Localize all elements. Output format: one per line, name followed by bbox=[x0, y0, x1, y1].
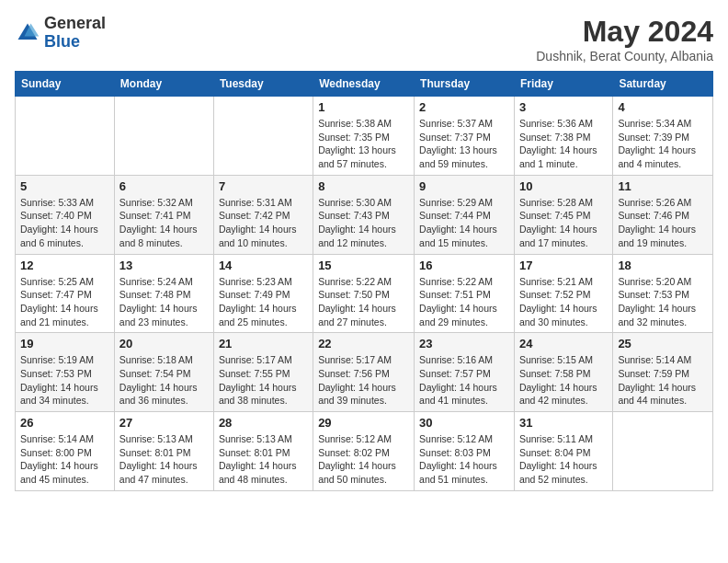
calendar-cell: 7 Sunrise: 5:31 AMSunset: 7:42 PMDayligh… bbox=[213, 175, 313, 254]
calendar-cell: 15 Sunrise: 5:22 AMSunset: 7:50 PMDaylig… bbox=[313, 254, 415, 333]
calendar-cell: 12 Sunrise: 5:25 AMSunset: 7:47 PMDaylig… bbox=[16, 254, 115, 333]
day-info: Sunrise: 5:14 AMSunset: 7:59 PMDaylight:… bbox=[618, 353, 708, 408]
title-block: May 2024 Dushnik, Berat County, Albania bbox=[536, 15, 713, 63]
logo-text: General Blue bbox=[44, 15, 106, 52]
calendar-cell: 26 Sunrise: 5:14 AMSunset: 8:00 PMDaylig… bbox=[16, 412, 115, 491]
day-info: Sunrise: 5:33 AMSunset: 7:40 PMDaylight:… bbox=[20, 196, 109, 250]
page-header: General Blue May 2024 Dushnik, Berat Cou… bbox=[15, 15, 713, 63]
calendar-cell bbox=[114, 97, 213, 176]
day-info: Sunrise: 5:26 AMSunset: 7:46 PMDaylight:… bbox=[618, 196, 708, 250]
day-info: Sunrise: 5:34 AMSunset: 7:39 PMDaylight:… bbox=[618, 117, 708, 171]
month-title: May 2024 bbox=[536, 15, 713, 49]
day-info: Sunrise: 5:32 AMSunset: 7:41 PMDaylight:… bbox=[119, 196, 209, 250]
day-info: Sunrise: 5:25 AMSunset: 7:47 PMDaylight:… bbox=[20, 275, 109, 329]
day-info: Sunrise: 5:13 AMSunset: 8:01 PMDaylight:… bbox=[219, 432, 308, 487]
day-info: Sunrise: 5:22 AMSunset: 7:51 PMDaylight:… bbox=[419, 275, 509, 329]
calendar-cell: 9 Sunrise: 5:29 AMSunset: 7:44 PMDayligh… bbox=[415, 175, 515, 254]
calendar-cell: 29 Sunrise: 5:12 AMSunset: 8:02 PMDaylig… bbox=[313, 412, 415, 491]
day-number: 3 bbox=[519, 100, 608, 114]
logo-icon bbox=[15, 20, 40, 46]
col-saturday: Saturday bbox=[613, 72, 713, 97]
calendar-cell: 19 Sunrise: 5:19 AMSunset: 7:53 PMDaylig… bbox=[16, 333, 115, 412]
day-info: Sunrise: 5:29 AMSunset: 7:44 PMDaylight:… bbox=[419, 196, 509, 250]
day-number: 9 bbox=[419, 179, 509, 193]
calendar-cell: 17 Sunrise: 5:21 AMSunset: 7:52 PMDaylig… bbox=[514, 254, 612, 333]
calendar-week-3: 12 Sunrise: 5:25 AMSunset: 7:47 PMDaylig… bbox=[16, 254, 713, 333]
day-number: 7 bbox=[219, 179, 308, 193]
calendar-cell: 10 Sunrise: 5:28 AMSunset: 7:45 PMDaylig… bbox=[514, 175, 612, 254]
col-wednesday: Wednesday bbox=[313, 72, 415, 97]
day-number: 11 bbox=[618, 179, 708, 193]
calendar-cell: 31 Sunrise: 5:11 AMSunset: 8:04 PMDaylig… bbox=[514, 412, 612, 491]
calendar-cell bbox=[613, 412, 713, 491]
location: Dushnik, Berat County, Albania bbox=[536, 49, 713, 63]
day-number: 25 bbox=[618, 337, 708, 350]
calendar-cell: 4 Sunrise: 5:34 AMSunset: 7:39 PMDayligh… bbox=[613, 97, 713, 176]
calendar-cell: 14 Sunrise: 5:23 AMSunset: 7:49 PMDaylig… bbox=[213, 254, 313, 333]
calendar-cell: 20 Sunrise: 5:18 AMSunset: 7:54 PMDaylig… bbox=[114, 333, 213, 412]
day-info: Sunrise: 5:15 AMSunset: 7:58 PMDaylight:… bbox=[519, 353, 608, 408]
calendar-cell: 27 Sunrise: 5:13 AMSunset: 8:01 PMDaylig… bbox=[114, 412, 213, 491]
day-number: 24 bbox=[519, 337, 608, 350]
day-number: 20 bbox=[119, 337, 209, 350]
col-monday: Monday bbox=[114, 72, 213, 97]
calendar-cell: 3 Sunrise: 5:36 AMSunset: 7:38 PMDayligh… bbox=[514, 97, 612, 176]
day-number: 10 bbox=[519, 179, 608, 193]
day-info: Sunrise: 5:31 AMSunset: 7:42 PMDaylight:… bbox=[219, 196, 308, 250]
day-info: Sunrise: 5:14 AMSunset: 8:00 PMDaylight:… bbox=[20, 432, 109, 487]
day-info: Sunrise: 5:19 AMSunset: 7:53 PMDaylight:… bbox=[20, 353, 109, 408]
day-number: 19 bbox=[20, 337, 109, 350]
day-number: 6 bbox=[119, 179, 209, 193]
calendar-week-5: 26 Sunrise: 5:14 AMSunset: 8:00 PMDaylig… bbox=[16, 412, 713, 491]
calendar-cell: 30 Sunrise: 5:12 AMSunset: 8:03 PMDaylig… bbox=[415, 412, 515, 491]
day-number: 17 bbox=[519, 259, 608, 272]
calendar-cell: 23 Sunrise: 5:16 AMSunset: 7:57 PMDaylig… bbox=[415, 333, 515, 412]
day-info: Sunrise: 5:12 AMSunset: 8:02 PMDaylight:… bbox=[318, 432, 409, 487]
day-number: 27 bbox=[119, 416, 209, 430]
day-number: 8 bbox=[318, 179, 409, 193]
day-number: 15 bbox=[318, 259, 409, 272]
calendar-cell: 11 Sunrise: 5:26 AMSunset: 7:46 PMDaylig… bbox=[613, 175, 713, 254]
calendar-cell: 18 Sunrise: 5:20 AMSunset: 7:53 PMDaylig… bbox=[613, 254, 713, 333]
day-info: Sunrise: 5:17 AMSunset: 7:55 PMDaylight:… bbox=[219, 353, 308, 408]
calendar-week-2: 5 Sunrise: 5:33 AMSunset: 7:40 PMDayligh… bbox=[16, 175, 713, 254]
calendar-cell: 28 Sunrise: 5:13 AMSunset: 8:01 PMDaylig… bbox=[213, 412, 313, 491]
logo-blue: Blue bbox=[44, 33, 106, 52]
calendar-cell: 25 Sunrise: 5:14 AMSunset: 7:59 PMDaylig… bbox=[613, 333, 713, 412]
day-number: 1 bbox=[318, 100, 409, 114]
day-info: Sunrise: 5:18 AMSunset: 7:54 PMDaylight:… bbox=[119, 353, 209, 408]
day-info: Sunrise: 5:36 AMSunset: 7:38 PMDaylight:… bbox=[519, 117, 608, 171]
col-friday: Friday bbox=[514, 72, 612, 97]
calendar-cell: 1 Sunrise: 5:38 AMSunset: 7:35 PMDayligh… bbox=[313, 97, 415, 176]
day-number: 12 bbox=[20, 259, 109, 272]
calendar-cell: 13 Sunrise: 5:24 AMSunset: 7:48 PMDaylig… bbox=[114, 254, 213, 333]
day-info: Sunrise: 5:30 AMSunset: 7:43 PMDaylight:… bbox=[318, 196, 409, 250]
calendar-table: Sunday Monday Tuesday Wednesday Thursday… bbox=[15, 71, 713, 491]
calendar-header-row: Sunday Monday Tuesday Wednesday Thursday… bbox=[16, 72, 713, 97]
day-number: 28 bbox=[219, 416, 308, 430]
day-info: Sunrise: 5:38 AMSunset: 7:35 PMDaylight:… bbox=[318, 117, 409, 171]
day-info: Sunrise: 5:37 AMSunset: 7:37 PMDaylight:… bbox=[419, 117, 509, 171]
logo: General Blue bbox=[15, 15, 106, 52]
day-info: Sunrise: 5:16 AMSunset: 7:57 PMDaylight:… bbox=[419, 353, 509, 408]
day-info: Sunrise: 5:20 AMSunset: 7:53 PMDaylight:… bbox=[618, 275, 708, 329]
calendar-week-1: 1 Sunrise: 5:38 AMSunset: 7:35 PMDayligh… bbox=[16, 97, 713, 176]
calendar-cell bbox=[16, 97, 115, 176]
day-info: Sunrise: 5:22 AMSunset: 7:50 PMDaylight:… bbox=[318, 275, 409, 329]
calendar-cell bbox=[213, 97, 313, 176]
day-number: 4 bbox=[618, 100, 708, 114]
day-info: Sunrise: 5:12 AMSunset: 8:03 PMDaylight:… bbox=[419, 432, 509, 487]
day-number: 5 bbox=[20, 179, 109, 193]
calendar-cell: 21 Sunrise: 5:17 AMSunset: 7:55 PMDaylig… bbox=[213, 333, 313, 412]
day-number: 31 bbox=[519, 416, 608, 430]
day-info: Sunrise: 5:28 AMSunset: 7:45 PMDaylight:… bbox=[519, 196, 608, 250]
day-number: 22 bbox=[318, 337, 409, 350]
calendar-week-4: 19 Sunrise: 5:19 AMSunset: 7:53 PMDaylig… bbox=[16, 333, 713, 412]
day-number: 2 bbox=[419, 100, 509, 114]
logo-general: General bbox=[44, 15, 106, 33]
day-number: 16 bbox=[419, 259, 509, 272]
calendar-cell: 5 Sunrise: 5:33 AMSunset: 7:40 PMDayligh… bbox=[16, 175, 115, 254]
day-number: 18 bbox=[618, 259, 708, 272]
col-tuesday: Tuesday bbox=[213, 72, 313, 97]
calendar-cell: 22 Sunrise: 5:17 AMSunset: 7:56 PMDaylig… bbox=[313, 333, 415, 412]
